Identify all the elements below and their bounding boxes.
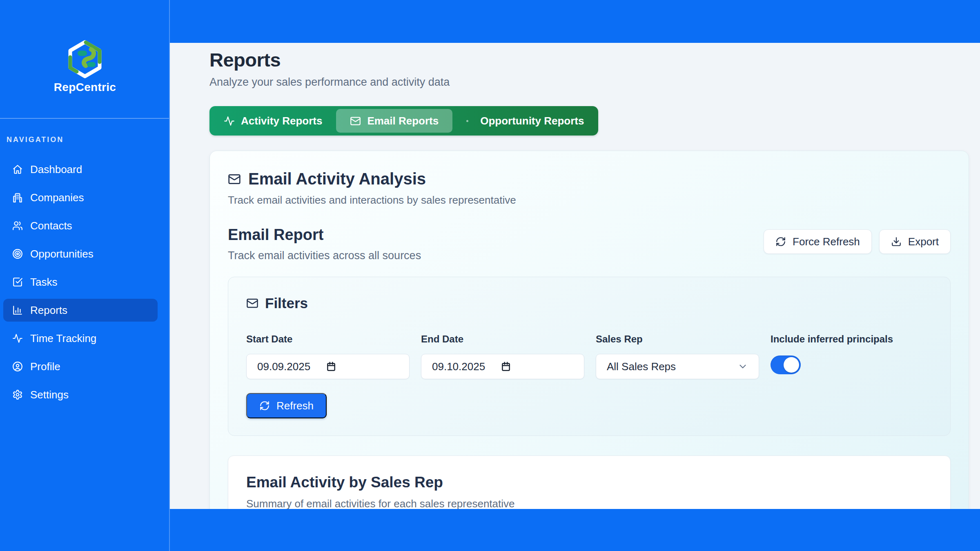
export-label: Export xyxy=(908,236,939,248)
home-icon xyxy=(12,164,23,175)
toggle-knob xyxy=(784,357,799,373)
refresh-button[interactable]: Refresh xyxy=(246,393,327,418)
nav-section-label: NAVIGATION xyxy=(7,136,158,144)
sidebar-item-contacts[interactable]: Contacts xyxy=(3,214,158,237)
brand-name: RepCentric xyxy=(0,81,170,94)
by-rep-title: Email Activity by Sales Rep xyxy=(246,474,932,491)
end-date-field: End Date 09.10.2025 xyxy=(421,333,584,379)
sidebar-item-settings[interactable]: Settings xyxy=(3,383,158,406)
sidebar-item-time-tracking[interactable]: Time Tracking xyxy=(3,327,158,350)
refresh-icon xyxy=(259,400,270,411)
start-date-input[interactable]: 09.09.2025 xyxy=(246,354,410,379)
email-activity-by-rep-card: Email Activity by Sales Rep Summary of e… xyxy=(228,455,951,509)
tab-label: Activity Reports xyxy=(241,115,322,127)
start-date-field: Start Date 09.09.2025 xyxy=(246,333,410,379)
email-report-subtitle: Track email activities across all source… xyxy=(228,249,421,262)
sidebar-divider xyxy=(0,118,169,119)
page-subtitle: Analyze your sales performance and activ… xyxy=(209,76,969,89)
sidebar-item-opportunities[interactable]: Opportunities xyxy=(3,242,158,265)
sidebar-item-label: Contacts xyxy=(30,220,72,232)
analysis-card-title: Email Activity Analysis xyxy=(248,170,426,188)
tab-separator-dot xyxy=(466,120,468,122)
sidebar-item-label: Dashboard xyxy=(30,163,82,176)
force-refresh-label: Force Refresh xyxy=(793,236,860,248)
activity-icon xyxy=(12,333,23,344)
by-rep-subtitle: Summary of email activities for each sal… xyxy=(246,498,932,509)
app-window: RepCentric NAVIGATION Dashboard Companie… xyxy=(0,0,980,551)
sales-rep-value: All Sales Reps xyxy=(607,360,676,373)
users-icon xyxy=(12,220,23,231)
sidebar-item-label: Reports xyxy=(30,304,67,317)
end-date-label: End Date xyxy=(421,333,584,345)
page-title: Reports xyxy=(209,49,969,71)
start-date-value: 09.09.2025 xyxy=(257,360,310,373)
analysis-card-subtitle: Track email activities and interactions … xyxy=(228,194,951,207)
export-button[interactable]: Export xyxy=(879,229,951,254)
refresh-icon xyxy=(775,236,786,247)
mail-icon xyxy=(350,116,361,127)
sales-rep-select[interactable]: All Sales Reps xyxy=(596,354,759,379)
sidebar-item-label: Companies xyxy=(30,191,84,204)
sidebar-item-tasks[interactable]: Tasks xyxy=(3,271,158,293)
calendar-icon[interactable] xyxy=(326,361,336,372)
mail-icon xyxy=(246,297,258,309)
start-date-label: Start Date xyxy=(246,333,410,345)
sidebar-item-label: Tasks xyxy=(30,276,57,289)
end-date-input[interactable]: 09.10.2025 xyxy=(421,354,584,379)
filters-title: Filters xyxy=(265,295,308,311)
user-circle-icon xyxy=(12,361,23,372)
sidebar-item-label: Time Tracking xyxy=(30,332,96,345)
activity-icon xyxy=(224,116,235,127)
mail-icon xyxy=(228,173,241,186)
repcentric-hexagon-logo-icon xyxy=(68,40,102,78)
sidebar-item-companies[interactable]: Companies xyxy=(3,186,158,209)
tab-opportunity-reports[interactable]: Opportunity Reports xyxy=(452,109,598,133)
email-activity-analysis-card: Email Activity Analysis Track email acti… xyxy=(209,151,969,509)
main-content: Reports Analyze your sales performance a… xyxy=(170,43,980,509)
calendar-icon[interactable] xyxy=(501,361,511,372)
sidebar-item-reports[interactable]: Reports xyxy=(3,299,158,322)
include-inferred-toggle[interactable] xyxy=(771,355,801,374)
sidebar-nav: NAVIGATION Dashboard Companies Contacts … xyxy=(3,136,158,411)
sales-rep-label: Sales Rep xyxy=(596,333,759,345)
sidebar-item-dashboard[interactable]: Dashboard xyxy=(3,158,158,181)
sidebar-item-label: Settings xyxy=(30,389,69,401)
sidebar-item-label: Profile xyxy=(30,360,60,373)
sidebar-item-label: Opportunities xyxy=(30,248,94,260)
include-inferred-label: Include inferred principals xyxy=(771,333,932,345)
force-refresh-button[interactable]: Force Refresh xyxy=(764,229,872,254)
include-inferred-field: Include inferred principals xyxy=(771,333,932,379)
refresh-label: Refresh xyxy=(276,400,314,412)
tab-label: Opportunity Reports xyxy=(480,115,584,127)
sidebar-item-profile[interactable]: Profile xyxy=(3,355,158,378)
building-icon xyxy=(12,192,23,203)
filters-card: Filters Start Date 09.09.2025 End Dat xyxy=(228,277,951,436)
report-tabs: Activity Reports Email Reports Opportuni… xyxy=(209,106,598,136)
end-date-value: 09.10.2025 xyxy=(432,360,485,373)
tab-activity-reports[interactable]: Activity Reports xyxy=(210,109,336,133)
download-icon xyxy=(891,236,902,247)
check-square-icon xyxy=(12,277,23,287)
target-icon xyxy=(12,249,23,259)
tab-email-reports[interactable]: Email Reports xyxy=(336,109,452,133)
bar-chart-icon xyxy=(12,305,23,315)
gear-icon xyxy=(12,389,23,400)
sales-rep-field: Sales Rep All Sales Reps xyxy=(596,333,759,379)
brand-logo: RepCentric xyxy=(0,40,170,94)
sidebar: RepCentric NAVIGATION Dashboard Companie… xyxy=(0,0,170,551)
email-report-title: Email Report xyxy=(228,226,421,244)
chevron-down-icon xyxy=(737,361,748,372)
tab-label: Email Reports xyxy=(367,115,439,127)
